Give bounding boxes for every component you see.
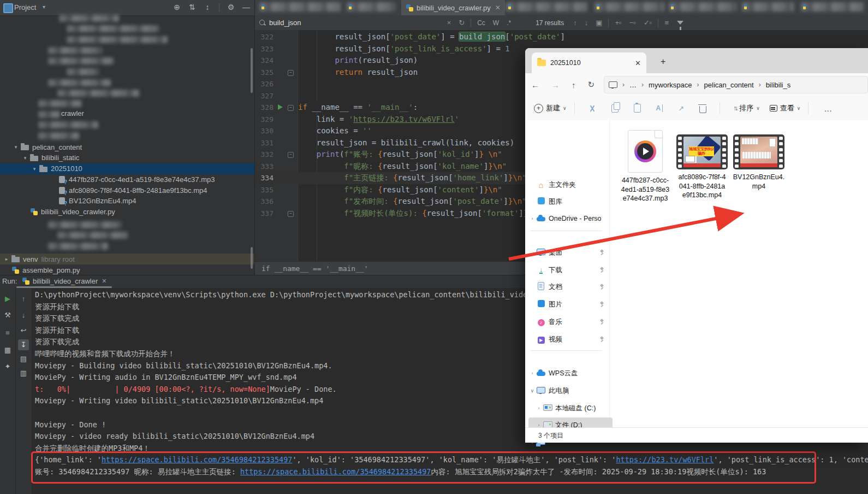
explorer-tab[interactable]: 20251010 ✕ — [532, 52, 646, 73]
fold-marker-icon[interactable]: − — [288, 211, 294, 217]
redacted-tab[interactable] — [347, 2, 396, 11]
sidebar-item-music[interactable]: ♪音乐 — [528, 314, 606, 330]
redacted-tab[interactable] — [669, 2, 737, 11]
breadcrumb-segment[interactable]: bilibili_s — [766, 81, 791, 89]
select-all-occurrences-icon[interactable]: ▣ — [596, 19, 602, 27]
file-tile-3[interactable]: BV12GnBznEu4.mp4 — [732, 130, 786, 191]
console-link[interactable]: https://b23.tv/w6VFlrl — [616, 455, 714, 464]
close-icon[interactable]: ✕ — [102, 278, 106, 285]
share-icon[interactable]: ↗ — [678, 104, 684, 113]
breadcrumb-segment[interactable]: myworkspace — [649, 81, 692, 89]
code-link[interactable]: https://b23.tv/w6VFlrl — [353, 115, 454, 124]
breadcrumb-segment[interactable]: … — [629, 81, 637, 89]
stop-icon[interactable]: ■ — [2, 327, 13, 338]
chevron-right-icon[interactable]: ▸ — [3, 256, 10, 262]
redacted-tab[interactable] — [506, 2, 588, 11]
view-button[interactable]: 查看 — [780, 103, 794, 113]
regex-toggle[interactable]: .* — [507, 19, 511, 27]
tree-row-bv12gnbzneu4-mp4[interactable]: BV12GnBznEu4.mp4 — [0, 196, 136, 207]
tree-row-20251010[interactable]: ▾20251010 — [0, 163, 254, 174]
clear-all-icon[interactable]: ▥ — [18, 368, 29, 379]
chevron-down-icon[interactable]: ▾ — [13, 144, 19, 150]
up-icon[interactable]: ↑ — [572, 80, 576, 90]
run-tab[interactable]: bilibili_video_crawler ✕ — [22, 277, 106, 285]
sidebar-item-gallery[interactable]: 图库 — [528, 194, 606, 209]
project-scrollbar[interactable] — [251, 48, 253, 93]
preserve-case-icon[interactable]: ✓▫ — [644, 19, 652, 27]
chevron-right-icon[interactable]: › — [528, 370, 536, 376]
sidebar-item-wps-cloud[interactable]: ›WPS云盘 — [528, 366, 606, 381]
sidebar-item-videos[interactable]: ▶视频 — [528, 332, 606, 347]
fold-marker-icon[interactable]: − — [288, 70, 294, 76]
chevron-down-icon[interactable]: ▾ — [22, 155, 28, 161]
close-icon[interactable]: ✕ — [495, 4, 501, 11]
chevron-right-icon[interactable]: › — [528, 216, 536, 221]
prev-occurrence-icon[interactable]: ↑ — [573, 19, 577, 27]
next-occurrence-icon[interactable]: ↓ — [585, 19, 588, 27]
sidebar-item-desktop[interactable]: 桌面 — [528, 245, 606, 260]
chevron-down-icon[interactable]: ▾ — [31, 166, 38, 172]
tree-row-venv[interactable]: ▸venvlibrary root — [0, 254, 254, 264]
tab-bilibili-video-crawler[interactable]: bilibili_video_crawler.py ✕ — [401, 0, 505, 15]
tree-row-partial[interactable]: crawler — [61, 108, 84, 119]
expand-all-icon[interactable]: ⇅ — [187, 2, 197, 12]
search-input[interactable]: build_json — [269, 19, 301, 27]
tree-row-bilibili-video-crawler-py[interactable]: bilibili_video_crawler.py — [0, 207, 115, 217]
up-stack-trace-icon[interactable]: ↑ — [18, 293, 29, 304]
console-link[interactable]: https://space.bilibili.com/3546984212335… — [102, 455, 293, 464]
copy-icon[interactable] — [611, 104, 619, 113]
delete-icon[interactable] — [699, 106, 706, 113]
newline-icon[interactable]: ↻ — [459, 19, 465, 27]
sidebar-item-onedrive[interactable]: ›OneDrive - Perso — [528, 211, 606, 226]
sidebar-item-this-pc[interactable]: ∨此电脑 — [528, 383, 606, 398]
redacted-tab[interactable] — [801, 2, 864, 11]
fold-marker-icon[interactable]: − — [288, 105, 294, 111]
rerun-icon[interactable]: ▶ — [2, 293, 13, 304]
chevron-right-icon[interactable]: › — [535, 405, 543, 411]
sidebar-item-documents[interactable]: 文档 — [528, 279, 606, 295]
words-toggle[interactable]: W — [493, 19, 499, 27]
refresh-icon[interactable]: ↻ — [588, 80, 595, 90]
view-icon[interactable] — [770, 105, 777, 111]
new-tab-icon[interactable]: + — [661, 57, 665, 67]
filter-lines-icon[interactable]: ≡ — [664, 19, 669, 27]
paste-icon[interactable] — [634, 104, 641, 113]
settings-gear-icon[interactable]: ⚙ — [226, 2, 236, 12]
redacted-tab[interactable] — [594, 2, 664, 11]
sidebar-item-disk-c[interactable]: ›本地磁盘 (C:) — [528, 401, 613, 416]
print-icon[interactable]: ▤ — [18, 354, 29, 364]
add-occurrence-icon[interactable]: +▫ — [615, 19, 621, 27]
soft-wrap-icon[interactable]: ↩ — [18, 325, 29, 336]
file-tile-2[interactable]: 旭旭宝宝拆到2骗炸afc8089c-7f8f-4041-8ffb-2481ae9… — [675, 130, 729, 200]
collapse-all-icon[interactable]: ↕ — [203, 2, 212, 12]
pin-tab-icon[interactable]: ✦ — [2, 361, 13, 372]
breadcrumb-segment[interactable]: pelican_content — [704, 81, 754, 89]
redacted-tab[interactable] — [742, 2, 794, 11]
chevron-down-icon[interactable]: ∨ — [528, 388, 536, 393]
match-case-toggle[interactable]: Cc — [477, 19, 485, 27]
back-icon[interactable]: ← — [531, 80, 539, 90]
project-panel-title[interactable]: Project — [14, 3, 36, 11]
run-line-icon[interactable] — [278, 104, 283, 110]
tree-row-447fb287-c0cc-4ed1-a519-f8e3e74e4c37-mp3[interactable]: 447fb287-c0cc-4ed1-a519-f8e3e74e4c37.mp3 — [0, 174, 215, 185]
remove-occurrence-icon[interactable]: −▫ — [629, 19, 636, 27]
breadcrumb-path[interactable]: › …›myworkspace›pelican_content›bilibili… — [604, 76, 868, 93]
tree-row-assemble-pom-py[interactable]: assemble_pom.py — [0, 264, 80, 275]
new-item-icon[interactable]: + — [534, 104, 543, 113]
new-button[interactable]: 新建 — [546, 103, 560, 113]
close-icon[interactable]: × — [447, 19, 451, 27]
scroll-to-end-icon[interactable]: ↧ — [18, 339, 29, 350]
cut-icon[interactable] — [588, 104, 596, 113]
sort-icon[interactable]: ↑↓ — [733, 104, 736, 112]
tree-row-pelican-content[interactable]: ▾pelican_content — [0, 142, 82, 152]
tree-row-afc8089c-7f8f-4041-8ffb-2481ae9f13bc-mp4[interactable]: afc8089c-7f8f-4041-8ffb-2481ae9f13bc.mp4 — [0, 185, 207, 196]
redacted-tab[interactable] — [259, 2, 341, 11]
close-icon[interactable]: ✕ — [635, 59, 641, 67]
down-stack-trace-icon[interactable]: ↓ — [18, 310, 29, 321]
sidebar-item-home[interactable]: ⌂主文件夹 — [528, 177, 606, 192]
filter-icon[interactable] — [677, 21, 683, 25]
sidebar-item-downloads[interactable]: ↓下载 — [528, 262, 606, 278]
locate-icon[interactable]: ⊕ — [172, 2, 182, 12]
tree-row-bilibili-static[interactable]: ▾bilibili_static — [0, 152, 79, 163]
fold-marker-icon[interactable]: − — [288, 152, 294, 158]
